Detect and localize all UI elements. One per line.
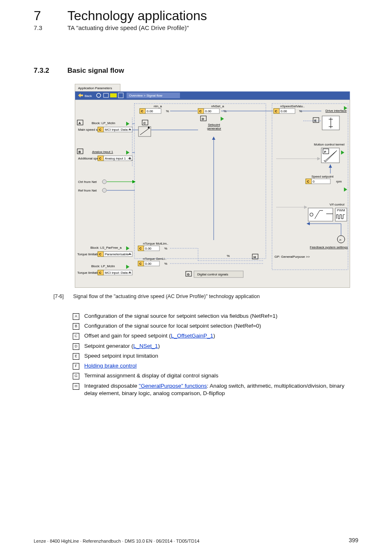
svg-text:A: A bbox=[78, 121, 81, 125]
svg-text:generator: generator bbox=[207, 127, 221, 130]
gp-link[interactable]: GP: GeneralPurpose >> bbox=[274, 255, 310, 259]
pwm-label: PWM bbox=[337, 208, 345, 212]
nnset-label: nNSet_a bbox=[211, 104, 224, 108]
feedback-label[interactable]: Feedback system settings bbox=[310, 245, 348, 249]
legend-badge-h: H bbox=[73, 383, 79, 390]
breadcrumb[interactable]: Overview > Signal flow bbox=[129, 94, 162, 97]
speed-setpoint-label: Speed setpoint bbox=[311, 175, 334, 178]
general-purpose-link[interactable]: "GeneralPurpose" functions bbox=[139, 383, 207, 389]
folder-icon[interactable] bbox=[110, 93, 117, 97]
svg-text:n: n bbox=[339, 238, 341, 242]
signal-flow-screenshot: Application Parameters Back Overview > S… bbox=[75, 84, 350, 289]
svg-text:C: C bbox=[307, 180, 309, 183]
svg-text:C: C bbox=[99, 157, 101, 160]
block-lp-mci-label[interactable]: Block: LP_MciIn bbox=[92, 121, 115, 125]
ctrl-from-net-label: Ctrl from Net bbox=[78, 180, 97, 184]
ntorque-genli-value: 0.00 bbox=[145, 262, 152, 266]
subsection-number: 7.3.2 bbox=[34, 67, 67, 75]
percent-label: % bbox=[227, 254, 230, 258]
legend-badge-a: A bbox=[73, 313, 79, 320]
ls-parfree-label: Block: LS_ParFree_a bbox=[90, 246, 122, 250]
additional-speed-label: Additional spe.. bbox=[78, 157, 101, 160]
setpoint-generator-label[interactable]: Setpoint bbox=[208, 123, 220, 127]
section-title: TA "actuating drive speed (AC Drive Prof… bbox=[67, 24, 189, 31]
ntorque-genli-unit: % bbox=[164, 262, 167, 266]
legend-badge-f: F bbox=[73, 363, 79, 370]
svg-text:MCI input: Data: MCI input: Data bbox=[105, 271, 128, 275]
chapter-title: Technology applications bbox=[67, 8, 207, 23]
nnset-value: 0.00 bbox=[205, 109, 212, 113]
legend-text-a: Configuration of the signal source for s… bbox=[84, 312, 358, 320]
ref-from-net-label: Ref from Net bbox=[78, 189, 97, 192]
speed-setpoint-value: 0 bbox=[313, 180, 315, 183]
ntorque-motlim-label: nTorque MotLim.. bbox=[143, 242, 168, 245]
chapter-number: 7 bbox=[34, 8, 67, 23]
nin-unit: % bbox=[166, 109, 169, 113]
svg-text:B: B bbox=[78, 150, 81, 154]
torque-limit-label-1: Torque limitati.. bbox=[77, 252, 99, 256]
legend-text-g: Terminal assignment & display of digital… bbox=[84, 372, 358, 379]
legend-badge-c: C bbox=[73, 333, 79, 340]
torque-limit-label-2: Torque limitati.. bbox=[77, 271, 99, 275]
page-number: 399 bbox=[349, 537, 358, 543]
svg-text:C: C bbox=[199, 109, 202, 113]
svg-text:MCI input: Data: MCI input: Data bbox=[105, 128, 128, 132]
svg-text:C: C bbox=[99, 128, 101, 132]
svg-text:C: C bbox=[139, 262, 142, 266]
svg-text:F: F bbox=[324, 150, 326, 154]
offset-gain-link[interactable]: L_OffsetGainP_1 bbox=[171, 333, 213, 339]
svg-text:C: C bbox=[139, 247, 142, 250]
svg-text:Parameterisable: Parameterisable bbox=[105, 252, 129, 256]
section-number: 7.3 bbox=[34, 24, 67, 31]
legend-text-d: Setpoint generator (L_NSet_1) bbox=[84, 342, 358, 350]
holding-brake-link[interactable]: Holding brake control bbox=[84, 363, 137, 369]
footer-reference: Lenze · 8400 HighLine · Referenzhandbuch… bbox=[34, 539, 199, 543]
speed-setpoint-unit: rpm bbox=[336, 180, 342, 183]
svg-text:C: C bbox=[99, 271, 101, 275]
svg-text:Digital control signals: Digital control signals bbox=[197, 273, 228, 276]
legend-badge-e: E bbox=[73, 353, 79, 360]
analog-input-label[interactable]: Analog input 1 bbox=[92, 150, 113, 154]
legend-text-b: Configuration of the signal source for l… bbox=[84, 322, 358, 330]
legend-badge-b: B bbox=[73, 323, 79, 330]
svg-text:C: C bbox=[275, 109, 277, 113]
svg-text:Back: Back bbox=[85, 94, 92, 98]
nin-label: nIn_a bbox=[154, 104, 162, 108]
svg-text:C: C bbox=[99, 252, 101, 256]
legend-text-h: Integrated disposable "GeneralPurpose" f… bbox=[84, 382, 358, 397]
figure-caption: Signal flow of the "actuating drive spee… bbox=[73, 294, 260, 299]
nspeed-value: 0.00 bbox=[281, 109, 287, 113]
svg-text:C: C bbox=[143, 121, 146, 125]
figure-id: [7-6] bbox=[53, 294, 73, 299]
legend-badge-g: G bbox=[73, 373, 79, 379]
ntorque-motlim-unit: % bbox=[164, 247, 167, 250]
ntorque-motlim-value: 0.00 bbox=[145, 247, 152, 250]
ntorque-genli-label: nTorque GenLi.. bbox=[143, 257, 166, 261]
vf-control-label: V/f control bbox=[330, 203, 344, 206]
drive-interface-label[interactable]: Drive interface bbox=[325, 109, 347, 113]
svg-text:D: D bbox=[202, 117, 204, 121]
legend-text-c: Offset and gain for speed setpoint (L_Of… bbox=[84, 332, 358, 340]
main-speed-label: Main speed s.. bbox=[78, 128, 99, 132]
legend-text-e: Speed setpoint input limitation bbox=[84, 352, 358, 360]
svg-rect-42 bbox=[308, 208, 333, 221]
motion-control-kernel-label: Motion control kernel bbox=[314, 143, 344, 146]
legend-text-f: Holding brake control bbox=[84, 362, 358, 370]
tab-app-params[interactable]: Application Parameters bbox=[78, 86, 112, 90]
nspeed-label: nSpeedSetValu.. bbox=[280, 104, 304, 108]
lp-mci2-label: Block: LP_MciIn bbox=[91, 264, 115, 268]
legend-badge-d: D bbox=[73, 343, 79, 350]
svg-text:G: G bbox=[187, 273, 189, 276]
led-icon bbox=[102, 188, 106, 192]
led-icon bbox=[102, 180, 106, 184]
divider: _ _ _ _ _ _ _ _ _ _ _ _ _ _ _ _ _ _ _ _ … bbox=[34, 50, 358, 56]
svg-text:H: H bbox=[254, 255, 256, 259]
svg-text:C: C bbox=[141, 109, 143, 113]
subsection-title: Basic signal flow bbox=[67, 67, 124, 75]
nin-value: 0.00 bbox=[147, 109, 153, 113]
nset-link[interactable]: L_NSet_1 bbox=[133, 343, 158, 349]
